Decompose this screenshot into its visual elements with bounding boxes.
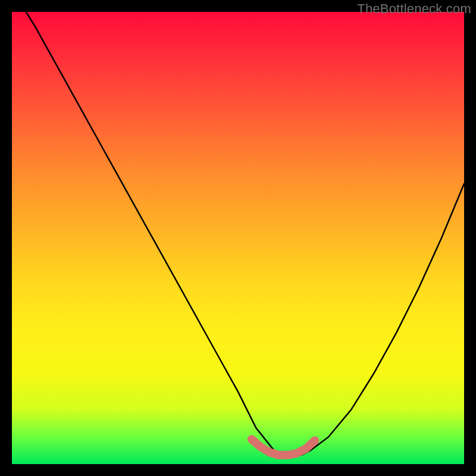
marker-end-dot (311, 437, 319, 445)
attribution-text: TheBottleneck.com (357, 1, 471, 17)
bottleneck-curve (12, 0, 464, 455)
chart-plot-area (12, 12, 464, 464)
optimal-range-marker (252, 439, 315, 455)
chart-stage: TheBottleneck.com (0, 0, 476, 476)
chart-svg (12, 12, 464, 464)
